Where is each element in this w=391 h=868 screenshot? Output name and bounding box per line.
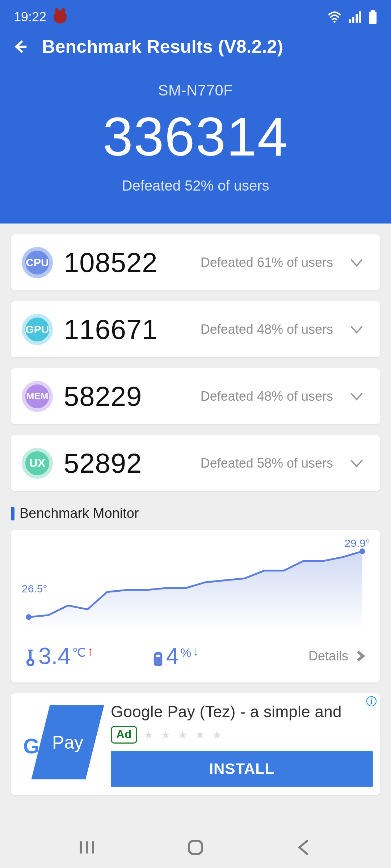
- recents-button[interactable]: [77, 837, 97, 859]
- back-nav-button[interactable]: [294, 837, 314, 859]
- app-bar: Benchmark Results (V8.2.2): [0, 30, 391, 71]
- row-defeated: Defeated 61% of users: [201, 255, 333, 270]
- antutu-icon: [54, 10, 67, 24]
- chevron-down-icon: [348, 320, 366, 339]
- ad-badge: Ad: [111, 726, 137, 744]
- google-g-icon: G: [23, 734, 39, 758]
- ad-app-icon: Pay G: [18, 701, 101, 784]
- details-link[interactable]: Details: [308, 648, 366, 664]
- row-defeated: Defeated 48% of users: [201, 389, 333, 404]
- mem-badge-icon: MEM: [22, 381, 53, 412]
- row-score: 116671: [64, 314, 201, 345]
- score-row-gpu[interactable]: GPU116671Defeated 48% of users: [11, 301, 380, 357]
- system-nav-bar: [0, 828, 391, 868]
- svg-rect-2: [352, 17, 354, 23]
- monitor-card[interactable]: 26.5° 29.9° 3.4 ℃ ↑ 4 % ↓ Details: [11, 530, 380, 682]
- chevron-down-icon: [348, 254, 366, 272]
- gpu-badge-icon: GPU: [22, 314, 53, 345]
- wifi-icon: [327, 11, 342, 23]
- device-model: SM-N770F: [0, 82, 391, 99]
- chart-end-label: 29.9°: [345, 537, 370, 549]
- section-label: Benchmark Monitor: [20, 506, 139, 521]
- ad-card[interactable]: i Pay G Google Pay (Tez) - a simple and …: [11, 693, 380, 795]
- svg-point-7: [26, 614, 31, 620]
- cpu-badge-icon: CPU: [22, 247, 53, 278]
- score-list: CPU108522Defeated 61% of usersGPU116671D…: [0, 224, 391, 491]
- row-defeated: Defeated 48% of users: [201, 322, 333, 337]
- arrow-down-icon: ↓: [193, 644, 199, 658]
- ad-rating-stars: ★ ★ ★ ★ ★: [144, 728, 224, 741]
- score-row-mem[interactable]: MEM58229Defeated 48% of users: [11, 368, 380, 424]
- ux-badge-icon: UX: [22, 448, 53, 479]
- back-button[interactable]: [11, 37, 30, 56]
- svg-point-9: [28, 659, 33, 665]
- section-title: Benchmark Monitor: [0, 502, 391, 530]
- temperature-chart: 26.5° 29.9°: [11, 536, 380, 630]
- row-defeated: Defeated 58% of users: [201, 456, 333, 471]
- svg-rect-5: [371, 10, 375, 12]
- battery-icon: [369, 10, 377, 24]
- score-row-ux[interactable]: UX52892Defeated 58% of users: [11, 435, 380, 491]
- status-time: 19:22: [14, 9, 46, 25]
- chart-start-label: 26.5°: [22, 583, 47, 595]
- row-score: 108522: [64, 247, 201, 278]
- battery-delta: 4 % ↓: [152, 643, 199, 669]
- svg-rect-4: [359, 11, 361, 23]
- status-icons: [327, 10, 377, 24]
- svg-rect-1: [349, 19, 351, 22]
- signal-icon: [348, 11, 362, 23]
- install-button[interactable]: INSTALL: [111, 751, 373, 787]
- total-defeated: Defeated 52% of users: [0, 178, 391, 194]
- battery-icon: [152, 652, 164, 666]
- svg-rect-16: [189, 841, 202, 854]
- ad-info-icon[interactable]: i: [366, 696, 377, 706]
- svg-rect-6: [369, 12, 377, 24]
- thermometer-icon: [25, 650, 36, 666]
- chevron-down-icon: [348, 454, 366, 472]
- section-accent: [11, 507, 14, 520]
- score-row-cpu[interactable]: CPU108522Defeated 61% of users: [11, 234, 380, 290]
- svg-rect-3: [356, 14, 358, 23]
- svg-point-0: [333, 21, 335, 23]
- temp-delta: 3.4 ℃ ↑: [25, 643, 93, 669]
- page-title: Benchmark Results (V8.2.2): [42, 36, 283, 57]
- row-score: 58229: [64, 380, 201, 412]
- home-button[interactable]: [185, 837, 206, 859]
- svg-rect-12: [156, 657, 160, 664]
- hero-section: 19:22 Benchmark Results (V8.2.2) SM-N770…: [0, 0, 391, 224]
- ad-title: Google Pay (Tez) - a simple and: [111, 703, 373, 721]
- status-bar: 19:22: [0, 4, 391, 30]
- arrow-up-icon: ↑: [87, 644, 93, 658]
- chevron-right-icon: [353, 650, 366, 663]
- total-score: 336314: [0, 106, 391, 168]
- chevron-down-icon: [348, 387, 366, 405]
- row-score: 52892: [64, 447, 201, 479]
